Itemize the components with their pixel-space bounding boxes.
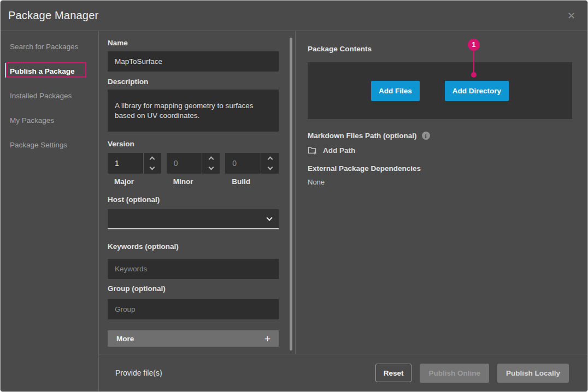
minor-version-value[interactable]: 0 (167, 153, 202, 174)
main-area: Name Description A library for mapping g… (99, 31, 587, 391)
annotation-step-badge: 1 (468, 39, 480, 51)
name-input[interactable] (108, 51, 279, 72)
group-label: Group (optional) (108, 285, 279, 293)
build-version-value[interactable]: 0 (225, 153, 261, 174)
chevron-down-icon[interactable] (267, 165, 273, 170)
sidebar-item-publish-a-package[interactable]: Publish a Package (1, 59, 98, 84)
markdown-path-row: Markdown Files Path (optional) i (308, 132, 572, 140)
minor-version-stepper[interactable]: 0 (167, 153, 220, 174)
add-path-label: Add Path (323, 146, 355, 155)
build-caption: Build (225, 178, 279, 186)
package-contents-dropzone: Add Files Add Directory (308, 62, 572, 119)
major-version-value[interactable]: 1 (108, 153, 143, 174)
sidebar-item-label: My Packages (10, 116, 54, 124)
build-version-spin-buttons[interactable] (261, 153, 279, 174)
chevron-up-icon[interactable] (267, 157, 273, 162)
publish-locally-button[interactable]: Publish Locally (497, 364, 569, 383)
host-label: Host (optional) (108, 196, 279, 204)
publish-online-button[interactable]: Publish Online (420, 364, 489, 383)
annotation-pointer-line (473, 50, 474, 73)
sidebar-item-label: Search for Packages (10, 43, 78, 51)
sidebar-item-label: Installed Packages (10, 92, 72, 100)
annotation-pointer-dot (471, 72, 477, 78)
package-manager-dialog: Package Manager ✕ Search for Packages Pu… (0, 0, 588, 392)
major-version-stepper[interactable]: 1 (108, 153, 161, 174)
footer-bar: Provide file(s) Reset Publish Online Pub… (99, 354, 587, 391)
sidebar-item-search-for-packages[interactable]: Search for Packages (1, 34, 98, 59)
add-directory-button[interactable]: Add Directory (445, 81, 509, 101)
description-textarea[interactable]: A library for mapping geometry to surfac… (108, 90, 279, 132)
footer-buttons: Reset Publish Online Publish Locally (375, 364, 569, 383)
status-text: Provide file(s) (115, 369, 162, 377)
dialog-body: Search for Packages Publish a Package In… (1, 31, 587, 391)
sidebar-item-package-settings[interactable]: Package Settings (1, 133, 98, 157)
sidebar: Search for Packages Publish a Package In… (1, 31, 99, 391)
chevron-down-icon (266, 215, 272, 221)
major-version-spin-buttons[interactable] (143, 153, 161, 174)
plus-icon: + (264, 334, 271, 344)
more-label: More (116, 335, 134, 343)
major-caption: Major (108, 178, 161, 186)
sidebar-item-label: Package Settings (10, 141, 67, 149)
content-columns: Name Description A library for mapping g… (99, 31, 587, 354)
version-captions: Major Minor Build (108, 178, 279, 186)
keywords-label: Keywords (optional) (108, 243, 279, 251)
package-contents-panel: Package Contents Add Files Add Directory… (296, 31, 587, 354)
active-item-indicator (5, 63, 7, 78)
host-dropdown[interactable] (108, 209, 279, 229)
add-path-button[interactable]: Add Path (308, 146, 355, 155)
sidebar-item-my-packages[interactable]: My Packages (1, 108, 98, 133)
version-label: Version (108, 140, 279, 148)
folder-add-icon (308, 146, 317, 155)
minor-version-spin-buttons[interactable] (202, 153, 220, 174)
minor-caption: Minor (167, 178, 220, 186)
dialog-title: Package Manager (8, 9, 98, 22)
build-version-stepper[interactable]: 0 (225, 153, 279, 174)
add-files-button[interactable]: Add Files (371, 81, 420, 101)
dependencies-heading: External Package Dependencies (308, 164, 572, 173)
info-icon[interactable]: i (422, 132, 430, 140)
more-expander-button[interactable]: More + (108, 330, 279, 347)
keywords-input[interactable] (108, 259, 279, 279)
chevron-down-icon[interactable] (208, 165, 214, 170)
markdown-path-label: Markdown Files Path (optional) (308, 132, 417, 140)
form-scrollbar[interactable] (290, 38, 292, 351)
description-label: Description (108, 78, 279, 86)
name-label: Name (108, 39, 279, 47)
package-contents-heading: Package Contents (308, 45, 572, 53)
chevron-up-icon[interactable] (150, 157, 155, 162)
group-input[interactable] (108, 299, 279, 319)
title-bar: Package Manager ✕ (1, 1, 587, 31)
reset-button[interactable]: Reset (375, 364, 412, 382)
sidebar-item-label: Publish a Package (10, 67, 75, 75)
chevron-down-icon[interactable] (150, 165, 155, 170)
dependencies-value: None (308, 178, 572, 186)
close-icon[interactable]: ✕ (567, 11, 575, 21)
publish-form: Name Description A library for mapping g… (99, 31, 296, 354)
sidebar-item-installed-packages[interactable]: Installed Packages (1, 84, 98, 108)
chevron-up-icon[interactable] (208, 157, 214, 162)
version-steppers: 1 0 (108, 153, 279, 174)
